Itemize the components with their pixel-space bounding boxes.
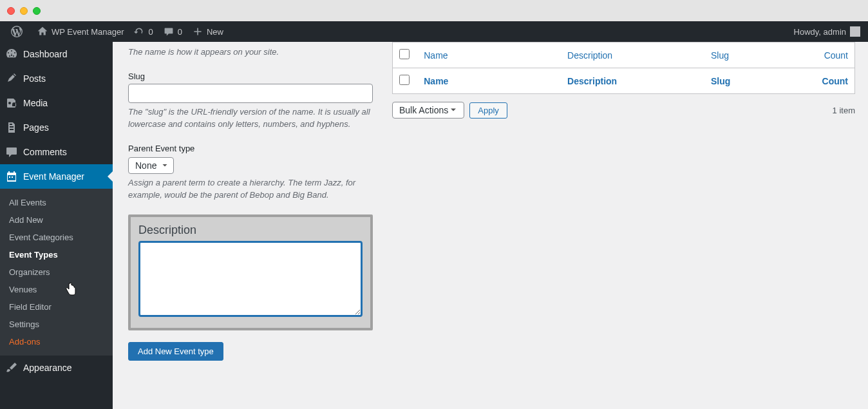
new-content[interactable]: New — [187, 21, 229, 42]
new-label: New — [207, 27, 223, 37]
add-term-form: The name is how it appears on your site.… — [128, 42, 373, 361]
chevron-down-icon — [160, 161, 169, 170]
item-count: 1 item — [833, 106, 855, 115]
updates[interactable]: 0 — [129, 21, 158, 42]
howdy-text: Howdy, admin — [794, 27, 846, 37]
parent-help: Assign a parent term to create a hierarc… — [128, 176, 373, 202]
sidebar-item-dashboard[interactable]: Dashboard — [0, 42, 113, 66]
window-close-button[interactable] — [7, 7, 15, 15]
comment-icon — [5, 146, 18, 158]
col-description[interactable]: Description — [567, 50, 612, 61]
account-menu[interactable]: Howdy, admin — [794, 26, 863, 37]
sidebar-item-label: Pages — [23, 122, 49, 133]
submenu-field-editor[interactable]: Field Editor — [0, 298, 113, 316]
table-footer-row: Name Description Slug Count — [393, 68, 855, 94]
calendar-icon — [5, 170, 18, 183]
sidebar-item-label: Posts — [23, 73, 46, 84]
submenu-venues[interactable]: Venues — [0, 281, 113, 298]
admin-bar: WP Event Manager 0 0 New Howdy, admin — [0, 21, 868, 42]
select-all-checkbox-bottom[interactable] — [399, 75, 410, 85]
submenu-settings[interactable]: Settings — [0, 316, 113, 333]
submenu-organizers[interactable]: Organizers — [0, 263, 113, 281]
terms-table: Name Description Slug Count Name Descrip… — [392, 42, 855, 94]
sidebar-item-label: Dashboard — [23, 49, 68, 59]
submenu-event-categories[interactable]: Event Categories — [0, 229, 113, 246]
site-title: WP Event Manager — [52, 27, 124, 37]
col-count[interactable]: Count — [822, 76, 848, 86]
dashboard-icon — [5, 48, 18, 61]
updates-count: 0 — [148, 27, 153, 37]
col-count[interactable]: Count — [824, 50, 848, 61]
sidebar-item-posts[interactable]: Posts — [0, 66, 113, 91]
apply-button[interactable]: Apply — [469, 102, 507, 119]
slug-label: Slug — [128, 71, 373, 81]
comment-icon — [164, 26, 174, 37]
sidebar-item-label: Media — [23, 98, 48, 108]
tablenav-bottom: Bulk Actions Apply 1 item — [392, 102, 855, 119]
window-minimize-button[interactable] — [20, 7, 28, 15]
sidebar-item-label: Appearance — [23, 363, 72, 373]
submenu-add-new[interactable]: Add New — [0, 211, 113, 229]
chevron-down-icon — [448, 105, 458, 115]
submenu-all-events[interactable]: All Events — [0, 194, 113, 211]
select-all-checkbox[interactable] — [399, 49, 410, 59]
wordpress-icon — [10, 25, 23, 38]
wp-logo[interactable] — [5, 21, 32, 42]
parent-select[interactable]: None — [128, 157, 174, 174]
slug-help: The "slug" is the URL-friendly version o… — [128, 106, 373, 131]
plus-icon — [193, 26, 203, 37]
sidebar-item-appearance[interactable]: Appearance — [0, 356, 113, 380]
col-name[interactable]: Name — [424, 50, 448, 61]
parent-label: Parent Event type — [128, 144, 373, 153]
submenu-add-ons[interactable]: Add-ons — [0, 333, 113, 350]
window-titlebar — [0, 0, 868, 21]
submenu-event-types[interactable]: Event Types — [0, 246, 113, 263]
brush-icon — [5, 361, 18, 374]
sidebar-item-comments[interactable]: Comments — [0, 140, 113, 164]
comments-count: 0 — [178, 27, 182, 37]
sidebar-item-media[interactable]: Media — [0, 91, 113, 115]
sidebar-item-event-manager[interactable]: Event Manager — [0, 164, 113, 189]
name-help: The name is how it appears on your site. — [128, 46, 373, 59]
col-slug[interactable]: Slug — [711, 50, 729, 61]
table-header-row: Name Description Slug Count — [393, 43, 855, 68]
description-highlight: Description — [128, 214, 373, 330]
main-content: The name is how it appears on your site.… — [113, 42, 868, 409]
col-description[interactable]: Description — [567, 76, 617, 86]
sidebar-item-label: Comments — [23, 147, 67, 157]
sidebar-submenu: All Events Add New Event Categories Even… — [0, 189, 113, 356]
submit-button[interactable]: Add New Event type — [128, 342, 223, 361]
home-icon — [37, 26, 48, 37]
parent-value: None — [135, 160, 156, 171]
bulk-actions-select[interactable]: Bulk Actions — [392, 102, 464, 119]
admin-sidebar: Dashboard Posts Media Pages Comments Eve… — [0, 42, 113, 409]
description-label: Description — [138, 224, 363, 237]
refresh-icon — [134, 26, 144, 37]
window-maximize-button[interactable] — [33, 7, 41, 15]
col-slug[interactable]: Slug — [711, 76, 730, 86]
pages-icon — [5, 121, 18, 134]
col-name[interactable]: Name — [424, 76, 448, 86]
media-icon — [5, 97, 18, 109]
description-textarea[interactable] — [138, 241, 363, 317]
avatar — [850, 26, 860, 37]
bulk-actions-label: Bulk Actions — [399, 105, 448, 115]
comments[interactable]: 0 — [158, 21, 187, 42]
sidebar-item-label: Event Manager — [23, 171, 84, 182]
pin-icon — [5, 72, 18, 85]
sidebar-item-pages[interactable]: Pages — [0, 115, 113, 140]
slug-input[interactable] — [128, 84, 373, 103]
site-name[interactable]: WP Event Manager — [32, 21, 129, 42]
